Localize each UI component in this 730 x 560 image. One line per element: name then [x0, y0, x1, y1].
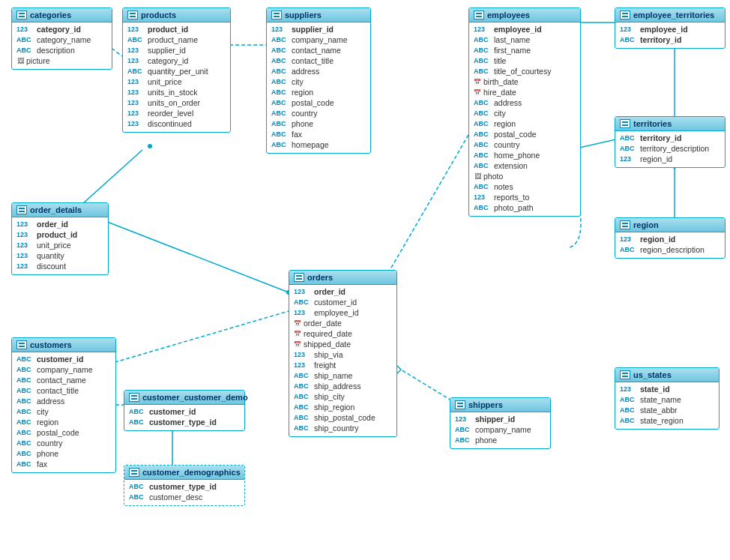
- svg-line-3: [86, 214, 289, 292]
- table-suppliers: suppliers 123supplier_id ABCcompany_name…: [266, 7, 371, 154]
- table-header-categories: categories: [12, 8, 112, 22]
- table-icon-suppliers: [271, 10, 282, 19]
- table-orders: orders 123order_id ABCcustomer_id 123emp…: [289, 270, 397, 437]
- table-us-states: us_states 123state_id ABCstate_name ABCs…: [615, 367, 720, 430]
- table-region: region 123region_id ABCregion_descriptio…: [615, 217, 726, 259]
- svg-point-15: [148, 144, 152, 148]
- table-body-suppliers: 123supplier_id ABCcompany_name ABCcontac…: [267, 22, 370, 153]
- table-categories: categories 123 category_id ABC category_…: [11, 7, 112, 70]
- field-picture: 🖼 picture: [16, 55, 107, 66]
- table-title-customer-customer-demo: customer_customer_demo: [142, 393, 248, 402]
- table-icon-customer-demographics: [129, 468, 139, 477]
- table-icon-territories: [620, 119, 630, 128]
- svg-line-4: [97, 311, 289, 367]
- table-body-customers: ABCcustomer_id ABCcompany_name ABCcontac…: [12, 352, 115, 472]
- table-icon-region: [620, 220, 630, 229]
- table-employee-territories: employee_territories 123employee_id ABCt…: [615, 7, 726, 49]
- table-body-territories: ABCterritory_id ABCterritory_description…: [615, 131, 725, 167]
- table-title-customers: customers: [30, 340, 72, 349]
- table-body-products: 123product_id ABCproduct_name 123supplie…: [123, 22, 230, 132]
- table-icon-order-details: [16, 205, 27, 214]
- table-header-products: products: [123, 8, 230, 22]
- table-icon-employees: [474, 10, 484, 19]
- table-employees: employees 123employee_id ABClast_name AB…: [468, 7, 581, 217]
- table-customer-customer-demo: customer_customer_demo ABCcustomer_id AB…: [124, 390, 245, 431]
- table-header-customer-demographics: customer_demographics: [124, 466, 244, 480]
- field-description: ABC description: [16, 45, 107, 55]
- table-icon-customers: [16, 340, 27, 349]
- table-shippers: shippers 123shipper_id ABCcompany_name A…: [450, 397, 551, 449]
- table-title-us-states: us_states: [633, 370, 672, 379]
- table-body-customer-demographics: ABCcustomer_type_id ABCcustomer_desc: [124, 480, 244, 505]
- table-header-shippers: shippers: [450, 398, 550, 412]
- table-header-order-details: order_details: [12, 203, 108, 217]
- table-body-region: 123region_id ABCregion_description: [615, 232, 725, 258]
- table-body-categories: 123 category_id ABC category_name ABC de…: [12, 22, 112, 69]
- table-title-region: region: [633, 220, 659, 229]
- table-header-suppliers: suppliers: [267, 8, 370, 22]
- table-header-customers: customers: [12, 338, 115, 352]
- table-icon-orders: [294, 273, 304, 282]
- table-territories: territories ABCterritory_id ABCterritory…: [615, 116, 726, 168]
- table-body-order-details: 123order_id 123product_id 123unit_price …: [12, 217, 108, 274]
- table-body-shippers: 123shipper_id ABCcompany_name ABCphone: [450, 412, 550, 448]
- table-title-orders: orders: [307, 273, 333, 282]
- table-title-suppliers: suppliers: [285, 10, 322, 19]
- table-body-employee-territories: 123employee_id ABCterritory_id: [615, 22, 725, 48]
- table-icon-us-states: [620, 370, 630, 379]
- table-customers: customers ABCcustomer_id ABCcompany_name…: [11, 337, 116, 473]
- table-icon-customer-customer-demo: [129, 393, 139, 402]
- table-icon-categories: [16, 10, 27, 19]
- table-title-employee-territories: employee_territories: [633, 10, 714, 19]
- table-header-customer-customer-demo: customer_customer_demo: [124, 391, 244, 405]
- table-products: products 123product_id ABCproduct_name 1…: [122, 7, 231, 133]
- table-header-employee-territories: employee_territories: [615, 8, 725, 22]
- table-title-customer-demographics: customer_demographics: [142, 468, 241, 477]
- table-title-categories: categories: [30, 10, 71, 19]
- table-body-orders: 123order_id ABCcustomer_id 123employee_i…: [289, 285, 396, 436]
- table-icon-shippers: [455, 400, 465, 409]
- table-header-orders: orders: [289, 271, 396, 285]
- table-order-details: order_details 123order_id 123product_id …: [11, 202, 109, 275]
- field-category_id: 123 category_id: [16, 24, 107, 34]
- table-header-territories: territories: [615, 117, 725, 131]
- diagram-canvas: categories 123 category_id ABC category_…: [0, 0, 730, 560]
- table-header-employees: employees: [469, 8, 580, 22]
- table-customer-demographics: customer_demographics ABCcustomer_type_i…: [124, 465, 245, 506]
- table-icon-products: [127, 10, 138, 19]
- table-title-employees: employees: [487, 10, 530, 19]
- table-title-order-details: order_details: [30, 205, 82, 214]
- table-body-customer-customer-demo: ABCcustomer_id ABCcustomer_type_id: [124, 405, 244, 430]
- table-icon-employee-territories: [620, 10, 630, 19]
- field-category_name: ABC category_name: [16, 34, 107, 45]
- table-header-region: region: [615, 218, 725, 232]
- table-title-shippers: shippers: [468, 400, 503, 409]
- table-body-employees: 123employee_id ABClast_name ABCfirst_nam…: [469, 22, 580, 216]
- table-title-territories: territories: [633, 119, 672, 128]
- table-title-products: products: [141, 10, 176, 19]
- table-header-us-states: us_states: [615, 368, 719, 382]
- table-body-us-states: 123state_id ABCstate_name ABCstate_abbr …: [615, 382, 719, 429]
